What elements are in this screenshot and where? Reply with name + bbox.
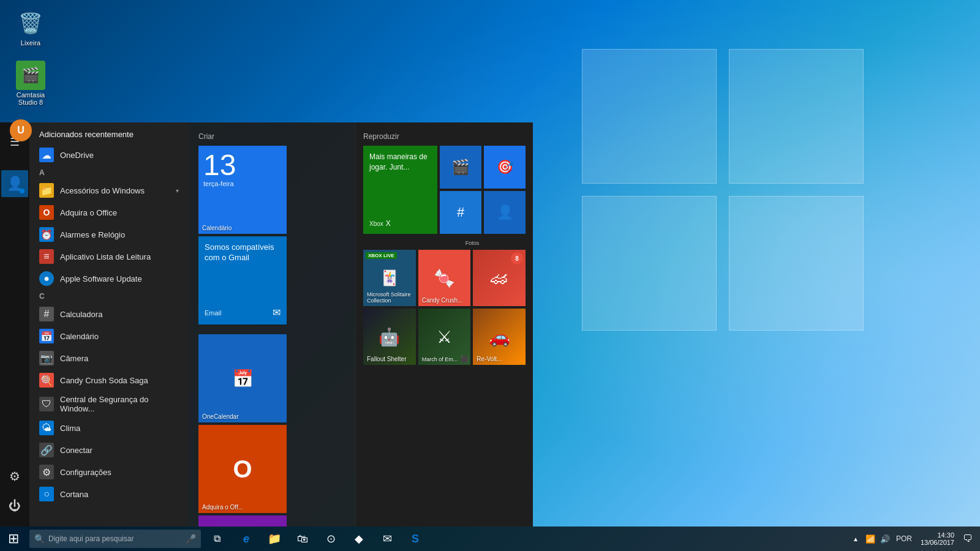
email-taskbar-button[interactable]: ✉	[374, 527, 401, 551]
chevron-up-button[interactable]: ▲	[850, 533, 862, 545]
app-item-cortana[interactable]: ○ Cortana	[29, 483, 189, 505]
desktop-icon-camtasia[interactable]: 🎬 Camtasia Studio 8	[6, 58, 55, 108]
taskbar-clock[interactable]: 14:30 13/06/2017	[917, 531, 958, 546]
chrome-taskbar-button[interactable]: ⊙	[317, 527, 344, 551]
apple-icon: ●	[39, 271, 54, 286]
app-item-apple[interactable]: ● Apple Software Update	[29, 268, 189, 290]
taskbar-systray: ▲ 📶 🔊 POR 14:30 13/06/2017 🗨	[850, 527, 980, 551]
solitaire-icon: 🃏	[380, 269, 399, 287]
notification-button[interactable]: 🗨	[960, 527, 975, 551]
app-item-conectar[interactable]: 🔗 Conectar	[29, 439, 189, 461]
desktop: 🗑️ Lixeira 🎬 Camtasia Studio 8 U ☰ 👤 ⚙ ⏻	[0, 0, 980, 551]
desktop-icon-lixeira[interactable]: 🗑️ Lixeira	[6, 6, 55, 49]
app-item-aplicativo[interactable]: ≡ Aplicativo Lista de Leitura	[29, 246, 189, 268]
solitaire-label: Microsoft Solitaire Collection	[367, 291, 416, 304]
clock-time: 14:30	[937, 531, 954, 539]
office-tile-icon: O	[233, 455, 252, 483]
tile-record[interactable]: 🎯	[484, 146, 526, 189]
sidebar-settings-button[interactable]: ⚙	[1, 463, 28, 490]
explorer-taskbar-button[interactable]: 📁	[261, 527, 288, 551]
app-item-central[interactable]: 🛡 Central de Segurança do Window...	[29, 391, 189, 417]
tile-office[interactable]: O Adquira o Off...	[198, 425, 287, 513]
tile-email[interactable]: Somos compatíveis com o Gmail Email ✉	[198, 236, 287, 324]
sidebar-user-button[interactable]: 👤	[1, 170, 28, 197]
sidebar-power-button[interactable]: ⏻	[1, 492, 28, 519]
fallout-icon: 🤖	[379, 327, 400, 347]
cortana-label: Cortana	[60, 490, 88, 499]
mic-icon: 🎤	[186, 534, 196, 544]
clock-date: 13/06/2017	[921, 539, 954, 546]
language-label: POR	[896, 534, 912, 543]
central-icon: 🛡	[39, 397, 54, 411]
tile-fallout[interactable]: 🤖 Fallout Shelter	[363, 309, 416, 365]
calendario-icon: 📅	[39, 329, 54, 343]
acessorios-icon: 📁	[39, 183, 54, 198]
wifi-icon[interactable]: 📶	[864, 533, 876, 545]
tile-candy2[interactable]: 🍬 Candy Crush...	[418, 250, 471, 306]
tile-calc[interactable]: #	[440, 191, 481, 234]
app-item-calculadora[interactable]: # Calculadora	[29, 303, 189, 325]
conectar-label: Conectar	[60, 446, 92, 455]
app-item-calendario[interactable]: 📅 Calendário	[29, 325, 189, 347]
chrome-icon: ⊙	[326, 532, 336, 545]
candy2-icon: 🍬	[434, 268, 455, 288]
start-apps-panel: Adicionados recentemente ☁ OneDrive A 📁 …	[29, 122, 189, 527]
volume-icon[interactable]: 🔊	[879, 533, 891, 545]
conectar-icon: 🔗	[39, 443, 54, 457]
aplicativo-icon: ≡	[39, 249, 54, 264]
skype-taskbar-icon: S	[412, 533, 419, 545]
volume-symbol: 🔊	[880, 534, 890, 544]
revolt-label: Re-Volt...	[477, 356, 502, 362]
aplicativo-label: Aplicativo Lista de Leitura	[60, 252, 151, 261]
march-icon: ⚔	[437, 327, 452, 347]
app-item-clima[interactable]: 🌤 Clima	[29, 417, 189, 439]
app-item-acessorios[interactable]: 📁 Acessórios do Windows ▾	[29, 179, 189, 201]
camtasia-label: Camtasia Studio 8	[9, 91, 53, 106]
start-button[interactable]: ⊞	[0, 527, 27, 551]
alarmes-icon: ⏰	[39, 227, 54, 242]
app-item-alarmes[interactable]: ⏰ Alarmes e Relógio	[29, 223, 189, 246]
tile-xbox-big[interactable]: Mais maneiras de jogar. Junt... Xbox X	[363, 146, 437, 234]
candy-icon: 🍭	[39, 373, 54, 388]
user-avatar[interactable]: U	[10, 119, 32, 141]
tile-racing[interactable]: 🏎 8	[473, 250, 526, 306]
racing-badge: 8	[511, 252, 523, 264]
tile-onenote[interactable]: N OneNote	[198, 515, 287, 527]
record-icon: 🎯	[497, 159, 513, 175]
xbox-text: Mais maneiras de jogar. Junt...	[369, 152, 431, 173]
chevron-icon: ▲	[853, 536, 859, 542]
start-sidebar: ☰ 👤 ⚙ ⏻	[0, 122, 29, 527]
tile-revolt[interactable]: 🚗 Re-Volt...	[473, 309, 526, 365]
unity-taskbar-button[interactable]: ◆	[345, 527, 372, 551]
acessorios-arrow: ▾	[176, 187, 179, 194]
app-item-office[interactable]: O Adquira o Office	[29, 201, 189, 223]
small-tiles-row: 📅 OneCalendar O Adquira o Off... N OneNo…	[198, 334, 345, 527]
task-view-button[interactable]: ⧉	[203, 527, 230, 551]
section-c: C	[29, 290, 189, 303]
camera-label: Câmera	[60, 354, 88, 363]
search-input[interactable]	[48, 534, 183, 543]
tile-webcam[interactable]: 👤	[484, 191, 526, 234]
tile-march[interactable]: ⚔ March of Em... ⬛	[418, 309, 471, 365]
edge-taskbar-button[interactable]: e	[233, 527, 260, 551]
tile-calendario[interactable]: 13 terça-feira Calendário	[198, 146, 287, 234]
calculadora-icon: #	[39, 307, 54, 321]
app-item-candy[interactable]: 🍭 Candy Crush Soda Saga	[29, 369, 189, 391]
language-indicator[interactable]: POR	[894, 534, 914, 543]
taskbar-search[interactable]: 🔍 🎤	[29, 530, 201, 548]
tile-video[interactable]: 🎬	[440, 146, 481, 189]
app-item-configuracoes[interactable]: ⚙ Configurações	[29, 461, 189, 483]
app-item-onedrive[interactable]: ☁ OneDrive	[29, 144, 189, 166]
media-grid: 🎬 🎯 # 👤	[440, 146, 526, 234]
app-item-camera[interactable]: 📷 Câmera	[29, 347, 189, 369]
store-taskbar-button[interactable]: 🛍	[289, 527, 316, 551]
tile-solitaire[interactable]: XBOX LIVE 🃏 Microsoft Solitaire Collecti…	[363, 250, 416, 306]
taskbar: ⊞ 🔍 🎤 ⧉ e 📁 🛍 ⊙ ◆	[0, 527, 980, 551]
task-view-icon: ⧉	[214, 533, 221, 544]
candy2-label: Candy Crush...	[422, 297, 463, 304]
tile-onecalendar[interactable]: 📅 OneCalendar	[198, 334, 287, 422]
central-label: Central de Segurança do Window...	[60, 395, 179, 413]
camera-icon: 📷	[39, 351, 54, 365]
march-badge: ⬛	[461, 355, 468, 362]
skype-taskbar-button[interactable]: S	[402, 527, 429, 551]
